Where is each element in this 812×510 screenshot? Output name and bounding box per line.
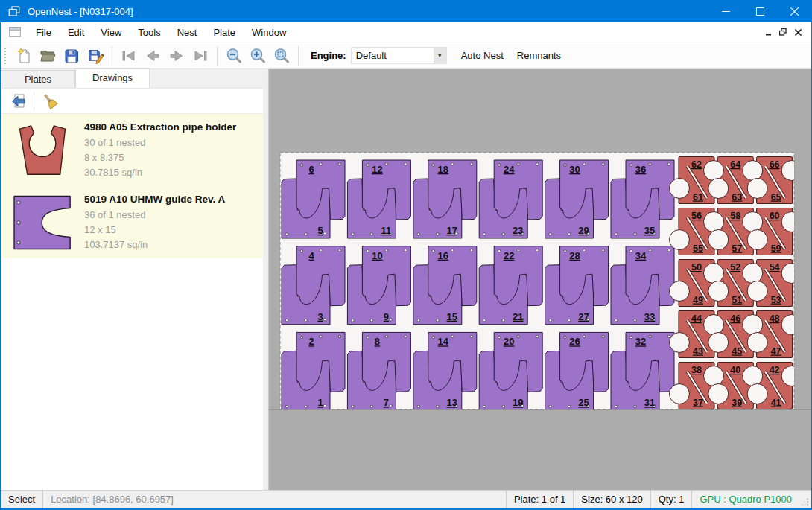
open-file-button[interactable] <box>36 45 60 67</box>
mdi-close-button[interactable] <box>790 25 805 39</box>
resize-grip-icon <box>802 497 809 506</box>
drawing-nested-count: 30 of 1 nested <box>84 136 236 150</box>
zoom-fit-button[interactable] <box>270 45 294 67</box>
drill-hole <box>564 336 566 338</box>
zoom-in-icon <box>248 46 267 66</box>
drill-hole <box>367 164 369 166</box>
part-label: 30 <box>569 164 580 175</box>
nav-next-button[interactable] <box>165 45 188 67</box>
drawing-list-item[interactable]: 4980 A05 Extraction pipe holder30 of 1 n… <box>1 114 263 186</box>
drill-hole <box>667 335 670 337</box>
uhmw-guide-thumbnail <box>12 194 73 251</box>
mdi-restore-button[interactable] <box>775 25 790 39</box>
drawing-size: 8 x 8.375 <box>84 150 236 165</box>
maximize-button[interactable] <box>743 0 777 22</box>
panel-splitter[interactable] <box>263 69 269 490</box>
drill-hole <box>602 163 604 165</box>
pipe-cradle-cutout <box>743 366 763 386</box>
part-label: 6 <box>308 164 314 175</box>
toolbar-grip[interactable] <box>4 47 7 65</box>
menu-item-view[interactable]: View <box>92 24 130 41</box>
zoom-in-button[interactable] <box>246 45 270 67</box>
part-label: 32 <box>635 336 646 347</box>
nav-last-button[interactable] <box>188 45 212 67</box>
pipe-cradle-cutout <box>708 281 729 302</box>
drill-hole <box>568 405 570 407</box>
drill-hole <box>629 164 632 166</box>
status-gpu: GPU : Quadro P1000 <box>691 491 799 508</box>
drawing-list-item[interactable]: 5019 A10 UHMW guide Rev. A36 of 1 nested… <box>1 186 263 258</box>
zoom-out-button[interactable] <box>222 45 246 67</box>
auto-nest-button[interactable]: Auto Nest <box>454 45 510 66</box>
part-label: 22 <box>504 250 514 261</box>
part-label: 62 <box>691 159 702 170</box>
part-label: 18 <box>438 164 448 175</box>
remnants-button[interactable]: Remnants <box>510 45 568 66</box>
pipe-cradle-cutout <box>781 161 802 181</box>
drill-hole <box>602 335 604 337</box>
nest-canvas[interactable]: 6512111817242330293635431091615222128273… <box>269 69 811 490</box>
menu-item-window[interactable]: Window <box>244 24 294 41</box>
nav-first-button[interactable] <box>117 45 141 67</box>
drill-hole <box>432 164 434 166</box>
import-drawing-button[interactable] <box>7 91 29 112</box>
drill-hole <box>667 249 670 252</box>
drill-hole <box>502 405 504 407</box>
menu-item-nest[interactable]: Nest <box>169 24 206 41</box>
part-label: 1 <box>317 397 323 408</box>
part-label: 65 <box>771 192 781 203</box>
pipe-cradle-cutout <box>747 179 767 199</box>
menu-item-file[interactable]: File <box>28 24 60 41</box>
part-label: 5 <box>317 225 323 236</box>
resize-grip[interactable] <box>799 491 811 508</box>
opennest-window: OpenNest - [N0317-004] FileEditViewTools… <box>0 0 812 510</box>
mdi-minimize-button[interactable] <box>761 25 775 39</box>
part-label: 52 <box>730 262 740 272</box>
drill-hole <box>634 405 636 407</box>
part-label: 48 <box>770 313 780 324</box>
drill-hole <box>498 164 501 166</box>
nest-plate-view[interactable]: 6512111817242330293635431091615222128273… <box>269 69 811 490</box>
drill-hole <box>470 163 472 165</box>
menu-item-plate[interactable]: Plate <box>205 24 244 41</box>
clear-drawings-button[interactable] <box>39 91 61 112</box>
part-label: 25 <box>578 397 589 408</box>
status-qty: Qty: 1 <box>650 491 692 508</box>
tab-drawings[interactable]: Drawings <box>75 68 150 88</box>
status-location: Location: [84.8696, 60.6957] <box>42 491 181 508</box>
drill-hole <box>300 250 302 252</box>
save-as-icon <box>86 47 104 65</box>
engine-combobox[interactable]: Default ▼ <box>351 47 447 64</box>
pipe-cradle-cutout <box>781 264 802 284</box>
part-label: 31 <box>644 397 655 408</box>
tab-plates[interactable]: Plates <box>1 70 75 88</box>
part-label: 28 <box>569 250 580 261</box>
drill-hole <box>285 405 288 407</box>
part-label: 40 <box>730 365 740 375</box>
drill-hole <box>432 250 434 252</box>
part-label: 60 <box>770 211 780 221</box>
part-label: 9 <box>384 311 389 322</box>
pipe-holder-thumbnail <box>13 124 72 177</box>
drill-hole <box>390 319 392 321</box>
minimize-button[interactable] <box>708 0 743 22</box>
save-button[interactable] <box>60 45 83 67</box>
menu-item-tools[interactable]: Tools <box>130 24 168 41</box>
pipe-cradle-cutout <box>704 161 724 181</box>
part-label: 15 <box>447 311 457 322</box>
nav-previous-button[interactable] <box>141 45 165 67</box>
drawing-info: 4980 A05 Extraction pipe holder30 of 1 n… <box>84 120 236 180</box>
menu-item-edit[interactable]: Edit <box>60 24 92 41</box>
drill-hole <box>338 163 340 165</box>
close-button[interactable] <box>777 0 811 22</box>
pipe-cradle-cutout <box>743 315 763 335</box>
combo-dropdown-icon[interactable]: ▼ <box>434 48 446 63</box>
drill-hole <box>437 319 439 322</box>
pipe-cradle-cutout <box>704 366 724 386</box>
new-file-button[interactable] <box>12 45 36 67</box>
pipe-cradle-cutout <box>781 212 802 232</box>
save-as-button[interactable] <box>83 45 107 67</box>
drill-hole <box>417 405 419 407</box>
drill-hole <box>568 319 570 322</box>
toolbar-separator <box>217 46 218 66</box>
